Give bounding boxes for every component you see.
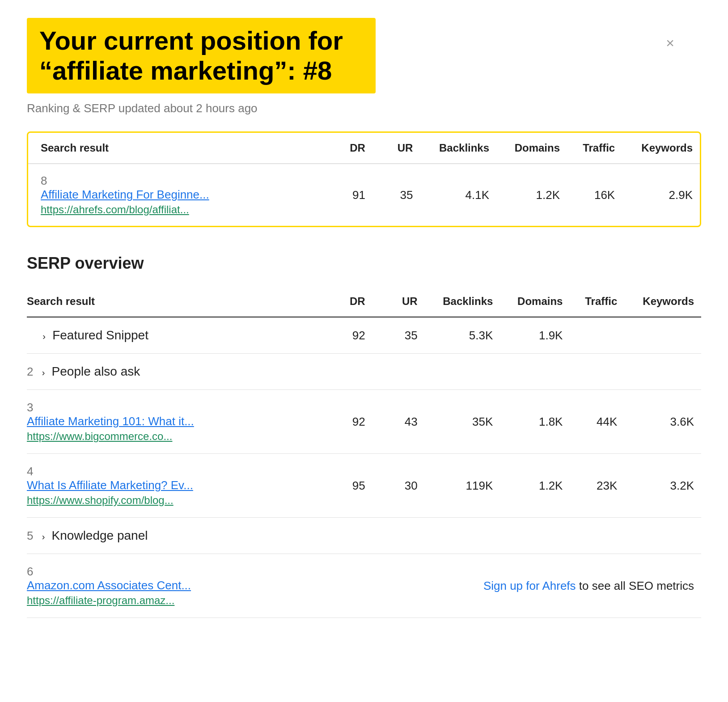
serp-col-traffic: Traffic: [570, 286, 624, 317]
serp-result-url[interactable]: https://www.shopify.com/blog...: [27, 494, 313, 507]
serp-backlinks: [425, 354, 500, 390]
page-title: Your current position for “affiliate mar…: [39, 26, 363, 85]
serp-traffic: [570, 317, 624, 354]
serp-result-cell: 2 › People also ask: [27, 354, 320, 390]
serp-col-keywords: Keywords: [624, 286, 701, 317]
serp-traffic: 44K: [570, 390, 624, 454]
current-result-link[interactable]: Affiliate Marketing For Beginne...: [41, 188, 317, 202]
serp-result-cell: 5 › Knowledge panel: [27, 518, 320, 554]
serp-table-row: 6 Amazon.com Associates Cent... https://…: [27, 554, 701, 618]
serp-overview-section: SERP overview Search result DR UR Backli…: [27, 254, 701, 618]
serp-domains: [500, 518, 570, 554]
serp-table: Search result DR UR Backlinks Domains Tr…: [27, 286, 701, 618]
serp-table-row: 2 › People also ask: [27, 354, 701, 390]
special-row-label: Featured Snippet: [52, 328, 148, 342]
serp-result-url[interactable]: https://www.bigcommerce.co...: [27, 430, 313, 443]
serp-position-num: 6: [27, 565, 33, 578]
serp-result-cell: 4 What Is Affiliate Marketing? Ev... htt…: [27, 454, 320, 518]
serp-table-header: Search result DR UR Backlinks Domains Tr…: [27, 286, 701, 317]
col-search-result: Search result: [28, 133, 325, 164]
serp-ur: 35: [372, 317, 425, 354]
serp-result-cell: 3 Affiliate Marketing 101: What it... ht…: [27, 390, 320, 454]
special-row-label: People also ask: [52, 364, 140, 378]
serp-table-row: 3 Affiliate Marketing 101: What it... ht…: [27, 390, 701, 454]
serp-backlinks: [425, 518, 500, 554]
col-domains: Domains: [496, 133, 567, 164]
current-result-row: 8 Affiliate Marketing For Beginne... htt…: [28, 164, 700, 226]
serp-col-backlinks: Backlinks: [425, 286, 500, 317]
serp-position-num: 4: [27, 465, 33, 478]
serp-dr: 92: [320, 317, 372, 354]
serp-position-num: 3: [27, 401, 33, 414]
serp-domains: [500, 354, 570, 390]
serp-result-link[interactable]: What Is Affiliate Marketing? Ev...: [27, 478, 313, 492]
current-domains: 1.2K: [496, 164, 567, 226]
chevron-icon: ›: [42, 331, 46, 342]
title-box: Your current position for “affiliate mar…: [27, 18, 376, 93]
current-traffic: 16K: [567, 164, 622, 226]
current-table-header: Search result DR UR Backlinks Domains Tr…: [28, 133, 700, 164]
serp-keywords: 3.2K: [624, 454, 701, 518]
serp-col-search-result: Search result: [27, 286, 320, 317]
close-button[interactable]: ×: [666, 36, 674, 50]
serp-dr: 92: [320, 390, 372, 454]
serp-position-num: 2: [27, 365, 33, 378]
serp-position-num: 5: [27, 529, 33, 542]
current-result-url[interactable]: https://ahrefs.com/blog/affiliat...: [41, 203, 317, 216]
serp-domains: 1.2K: [500, 454, 570, 518]
serp-ur: [372, 354, 425, 390]
serp-col-domains: Domains: [500, 286, 570, 317]
current-backlinks: 4.1K: [420, 164, 496, 226]
serp-section-title: SERP overview: [27, 254, 701, 273]
serp-traffic: [570, 354, 624, 390]
cta-suffix: to see all SEO metrics: [576, 579, 694, 592]
serp-table-row: 4 What Is Affiliate Marketing? Ev... htt…: [27, 454, 701, 518]
serp-col-ur: UR: [372, 286, 425, 317]
current-position-table: Search result DR UR Backlinks Domains Tr…: [27, 131, 701, 227]
serp-result-cell: 6 Amazon.com Associates Cent... https://…: [27, 554, 320, 618]
serp-result-link[interactable]: Amazon.com Associates Cent...: [27, 579, 313, 592]
serp-ur: [372, 518, 425, 554]
serp-domains: 1.9K: [500, 317, 570, 354]
serp-dr: [320, 354, 372, 390]
serp-backlinks: 5.3K: [425, 317, 500, 354]
col-backlinks: Backlinks: [420, 133, 496, 164]
col-dr: DR: [325, 133, 372, 164]
serp-domains: 1.8K: [500, 390, 570, 454]
current-keywords: 2.9K: [622, 164, 700, 226]
current-position-number: 8: [41, 174, 47, 187]
serp-backlinks: 119K: [425, 454, 500, 518]
serp-result-link[interactable]: Affiliate Marketing 101: What it...: [27, 414, 313, 428]
signup-cta-cell: Sign up for Ahrefs to see all SEO metric…: [320, 554, 701, 618]
serp-dr: 95: [320, 454, 372, 518]
current-result-title-cell: 8 Affiliate Marketing For Beginne... htt…: [28, 164, 325, 226]
serp-keywords: [624, 317, 701, 354]
signup-link[interactable]: Sign up for Ahrefs: [483, 579, 576, 592]
serp-dr: [320, 518, 372, 554]
serp-keywords: [624, 354, 701, 390]
special-row-label: Knowledge panel: [52, 529, 148, 542]
col-keywords: Keywords: [622, 133, 700, 164]
current-ur: 35: [372, 164, 420, 226]
serp-ur: 43: [372, 390, 425, 454]
serp-keywords: 3.6K: [624, 390, 701, 454]
serp-table-row: › Featured Snippet 92 35 5.3K 1.9K: [27, 317, 701, 354]
col-traffic: Traffic: [567, 133, 622, 164]
serp-table-row: 5 › Knowledge panel: [27, 518, 701, 554]
col-ur: UR: [372, 133, 420, 164]
serp-ur: 30: [372, 454, 425, 518]
serp-traffic: 23K: [570, 454, 624, 518]
chevron-icon: ›: [42, 368, 45, 378]
serp-backlinks: 35K: [425, 390, 500, 454]
update-subtitle: Ranking & SERP updated about 2 hours ago: [27, 101, 701, 115]
current-dr: 91: [325, 164, 372, 226]
serp-result-url[interactable]: https://affiliate-program.amaz...: [27, 594, 313, 607]
serp-traffic: [570, 518, 624, 554]
serp-result-cell: › Featured Snippet: [27, 317, 320, 354]
chevron-icon: ›: [42, 532, 45, 542]
serp-col-dr: DR: [320, 286, 372, 317]
serp-keywords: [624, 518, 701, 554]
